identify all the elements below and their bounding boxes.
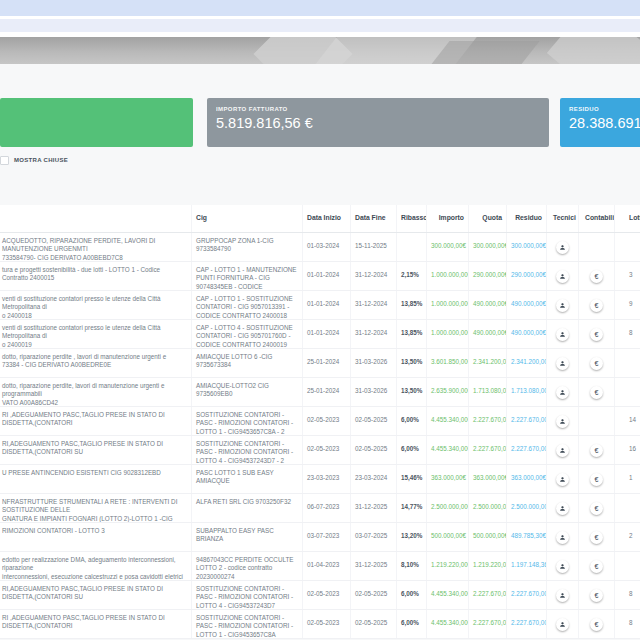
- start-date: 25-01-2024: [303, 349, 351, 377]
- technician-icon: [559, 592, 566, 599]
- quota-value: 500.000,00€: [469, 523, 507, 551]
- technicians-button[interactable]: [556, 444, 569, 457]
- euro-icon: €: [595, 592, 599, 599]
- residual-value: 2.227.670,00€: [507, 610, 547, 638]
- technicians-button[interactable]: [556, 560, 569, 573]
- contract-description: RI,ADEGUAMENTO PASC,TAGLIO PRESE IN STAT…: [0, 436, 192, 464]
- show-closed-checkbox[interactable]: [0, 156, 9, 165]
- column-header-start-date: Data Inizio: [303, 205, 351, 232]
- contract-description: ACQUEDOTTO, RIPARAZIONE PERDITE, LAVORI …: [0, 233, 192, 261]
- contract-cig: SOSTITUZIONE CONTATORI - PASC - RIMOZION…: [192, 407, 303, 435]
- accounting-button[interactable]: €: [590, 473, 603, 486]
- table-row[interactable]: RIMOZIONI CONTATORI - LOTTO 3 SUBAPPALTO…: [0, 523, 640, 552]
- table-row[interactable]: edotto per realizzazione DMA, adeguament…: [0, 552, 640, 581]
- contract-description: RIMOZIONI CONTATORI - LOTTO 3: [0, 523, 192, 551]
- start-date: 02-05-2023: [303, 610, 351, 638]
- quota-value: 2.500.000,00€: [469, 494, 507, 522]
- contract-cig: ALFA RETI SRL CIG 9703250F32: [192, 494, 303, 522]
- end-date: 31-12-2025: [351, 552, 397, 580]
- technicians-button[interactable]: [556, 415, 569, 428]
- table-row[interactable]: RI ,ADEGUAMENTO PASC,TAGLIO PRESE IN STA…: [0, 407, 640, 436]
- technicians-button[interactable]: [556, 386, 569, 399]
- table-row[interactable]: venti di sostituzione contatori presso l…: [0, 320, 640, 349]
- quota-value: 2.227.670,00€: [469, 581, 507, 609]
- amount-value: 1.000.000,00€: [427, 320, 469, 348]
- table-row[interactable]: U PRESE ANTINCENDIO ESISTENTI CIG 902831…: [0, 465, 640, 494]
- header-banner-image: [0, 37, 640, 64]
- accounting-button[interactable]: €: [590, 618, 603, 631]
- end-date: 02-05-2025: [351, 581, 397, 609]
- accounting-button[interactable]: €: [590, 299, 603, 312]
- lots-count: 16: [615, 436, 640, 464]
- table-row[interactable]: ACQUEDOTTO, RIPARAZIONE PERDITE, LAVORI …: [0, 233, 640, 262]
- table-row[interactable]: dotto, riparazione perdite , lavori di m…: [0, 349, 640, 378]
- residual-amount-card: RESIDUO 28.388.691,4: [560, 98, 640, 147]
- table-row[interactable]: RI,ADEGUAMENTO PASC,TAGLIO PRESE IN STAT…: [0, 581, 640, 610]
- residual-value: 300.000,00€: [507, 233, 547, 261]
- table-row[interactable]: dotto, riparazione perdite, lavori di ma…: [0, 378, 640, 407]
- column-header-technicians: Tecnici: [547, 205, 579, 232]
- column-header-description: [0, 205, 192, 232]
- table-row[interactable]: NFRASTRUTTURE STRUMENTALI A RETE : INTER…: [0, 494, 640, 523]
- amount-value: 4.455.340,00€: [427, 436, 469, 464]
- contract-cig: PASC LOTTO 1 SUB EASY AMIACQUE: [192, 465, 303, 493]
- accounting-button[interactable]: €: [590, 386, 603, 399]
- technicians-button[interactable]: [556, 328, 569, 341]
- residual-value: 1.713.080,00€: [507, 378, 547, 406]
- technician-icon: [559, 244, 566, 251]
- accounting-button[interactable]: €: [590, 502, 603, 515]
- accounting-button[interactable]: €: [590, 589, 603, 602]
- table-body: ACQUEDOTTO, RIPARAZIONE PERDITE, LAVORI …: [0, 233, 640, 639]
- contract-description: edotto per realizzazione DMA, adeguament…: [0, 552, 192, 580]
- discount-value: 6,00%: [397, 581, 427, 609]
- euro-icon: €: [595, 447, 599, 454]
- contract-description: RI ,ADEGUAMENTO PASC,TAGLIO PRESE IN STA…: [0, 407, 192, 435]
- accounting-button[interactable]: €: [590, 560, 603, 573]
- technician-icon: [559, 273, 566, 280]
- lots-count: 9: [615, 291, 640, 319]
- accounting-button[interactable]: €: [590, 328, 603, 341]
- amount-value: 500.000,00€: [427, 523, 469, 551]
- quota-value: 1.713.080,00€: [469, 378, 507, 406]
- column-header-amount: Importo: [427, 205, 469, 232]
- accounting-button[interactable]: €: [590, 531, 603, 544]
- contract-cig: SOSTITUZIONE CONTATORI - PASC - RIMOZION…: [192, 610, 303, 638]
- accounting-button[interactable]: €: [590, 357, 603, 370]
- amount-value: 3.601.850,00€: [427, 349, 469, 377]
- table-row[interactable]: venti di sostituzione contatori presso l…: [0, 291, 640, 320]
- lots-count: [615, 552, 640, 580]
- quota-value: 2.227.670,00€: [469, 436, 507, 464]
- euro-icon: €: [595, 389, 599, 396]
- table-row[interactable]: RI,ADEGUAMENTO PASC,TAGLIO PRESE IN STAT…: [0, 436, 640, 465]
- discount-value: 13,85%: [397, 291, 427, 319]
- start-date: 03-07-2023: [303, 523, 351, 551]
- technicians-button[interactable]: [556, 589, 569, 602]
- table-row[interactable]: RI ,ADEGUAMENTO PASC,TAGLIO PRESE IN STA…: [0, 610, 640, 639]
- technicians-button[interactable]: [556, 357, 569, 370]
- contract-description: RI,ADEGUAMENTO PASC,TAGLIO PRESE IN STAT…: [0, 581, 192, 609]
- technicians-button[interactable]: [556, 502, 569, 515]
- lots-count: 8: [615, 610, 640, 638]
- technicians-button[interactable]: [556, 618, 569, 631]
- contract-description: RI ,ADEGUAMENTO PASC,TAGLIO PRESE IN STA…: [0, 610, 192, 638]
- residual-value: 490.000,00€: [507, 291, 547, 319]
- technicians-button[interactable]: [556, 241, 569, 254]
- end-date: 15-11-2025: [351, 233, 397, 261]
- discount-value: 6,00%: [397, 436, 427, 464]
- residual-amount-label: RESIDUO: [569, 106, 640, 112]
- euro-icon: €: [595, 534, 599, 541]
- technicians-button[interactable]: [556, 531, 569, 544]
- discount-value: 13,85%: [397, 320, 427, 348]
- technicians-button[interactable]: [556, 473, 569, 486]
- start-date: 01-01-2024: [303, 262, 351, 290]
- technicians-button[interactable]: [556, 270, 569, 283]
- discount-value: [397, 233, 427, 261]
- end-date: 03-07-2025: [351, 523, 397, 551]
- column-header-cig: Cig: [192, 205, 303, 232]
- technicians-button[interactable]: [556, 299, 569, 312]
- technician-icon: [559, 418, 566, 425]
- accounting-button[interactable]: €: [590, 444, 603, 457]
- accounting-button[interactable]: €: [590, 270, 603, 283]
- amount-value: 2.500.000,00€: [427, 494, 469, 522]
- table-row[interactable]: tura e progetti sostenibilità - due lott…: [0, 262, 640, 291]
